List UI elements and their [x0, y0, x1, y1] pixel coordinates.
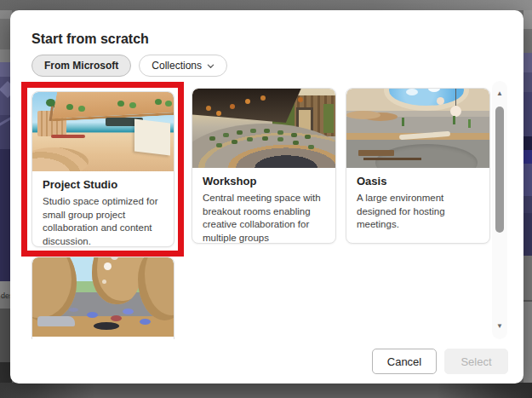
- card-title: Oasis: [357, 175, 479, 187]
- project-studio-thumbnail: [32, 92, 174, 171]
- select-button[interactable]: Select: [444, 349, 508, 374]
- card-description: Central meeting space with breakout room…: [203, 192, 325, 244]
- filter-pill-row: From Microsoft Collections: [31, 55, 227, 77]
- template-card-oasis[interactable]: Oasis A large environment designed for h…: [346, 88, 490, 244]
- cave-lounge-thumbnail: [32, 257, 174, 337]
- template-card-partial[interactable]: [31, 257, 174, 339]
- scrollbar-thumb[interactable]: [495, 107, 504, 233]
- background-app-right-strip: [523, 10, 532, 384]
- gallery-scrollbar[interactable]: ▲ ▼: [492, 81, 507, 339]
- template-gallery-viewport: Project Studio Studio space optimized fo…: [10, 81, 523, 339]
- scroll-down-icon[interactable]: ▼: [492, 319, 507, 332]
- card-title: Workshop: [203, 175, 325, 187]
- cancel-button[interactable]: Cancel: [372, 349, 437, 374]
- filter-collections-dropdown[interactable]: Collections: [139, 55, 227, 77]
- template-card-project-studio[interactable]: Project Studio Studio space optimized fo…: [31, 91, 174, 247]
- card-title: Project Studio: [43, 178, 163, 191]
- background-app-bottom-strip: [0, 383, 532, 398]
- card-description: A large environment designed for hosting…: [357, 192, 479, 232]
- filter-from-microsoft-label: From Microsoft: [44, 60, 118, 72]
- filter-from-microsoft[interactable]: From Microsoft: [31, 55, 131, 77]
- scroll-up-icon[interactable]: ▲: [492, 86, 507, 100]
- background-app-top-strip: [0, 0, 532, 10]
- oasis-thumbnail: [346, 89, 489, 168]
- chevron-down-icon: [207, 62, 215, 70]
- filter-collections-label: Collections: [152, 60, 202, 72]
- dialog-title: Start from scratch: [31, 32, 149, 47]
- card-description: Studio space optimized for small group p…: [43, 195, 163, 247]
- template-card-workshop[interactable]: Workshop Central meeting space with brea…: [192, 88, 336, 244]
- workshop-thumbnail: [192, 89, 335, 168]
- start-from-scratch-dialog: Start from scratch From Microsoft Collec…: [10, 10, 523, 384]
- screen: des Start from scratch From Microsoft Co…: [0, 0, 532, 398]
